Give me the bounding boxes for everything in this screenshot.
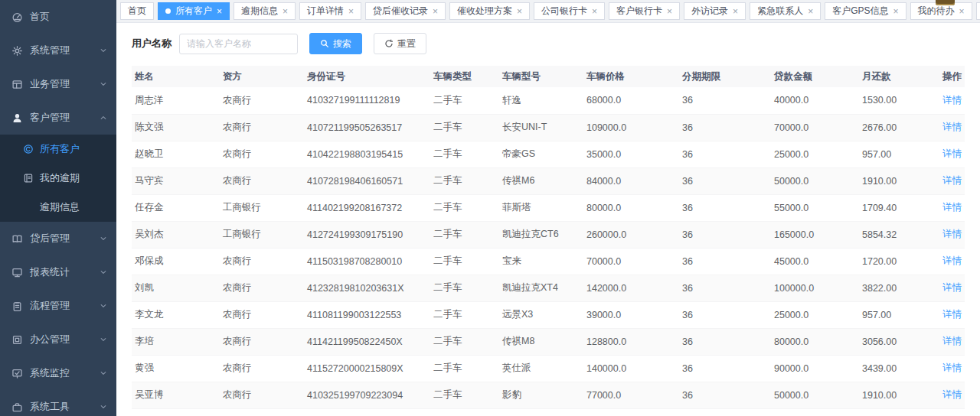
- avatar[interactable]: [936, 0, 955, 5]
- close-icon[interactable]: ×: [959, 7, 965, 16]
- detail-link[interactable]: 详情: [942, 336, 962, 346]
- table-cell: 英仕派: [499, 355, 583, 382]
- tab-collection-plan[interactable]: 催收处理方案×: [449, 2, 530, 20]
- tab-order-detail[interactable]: 订单详情×: [299, 2, 361, 20]
- sidebar-subitem-my-overdue[interactable]: 我的逾期: [0, 164, 116, 193]
- close-icon[interactable]: ×: [433, 7, 438, 16]
- column-header: 车辆型号: [499, 66, 583, 87]
- tab-collection-records[interactable]: 贷后催收记录×: [365, 2, 446, 20]
- close-icon[interactable]: ×: [283, 7, 288, 16]
- column-header: 贷款金额: [771, 66, 859, 87]
- sidebar-item-office-mgmt[interactable]: 办公管理: [0, 323, 116, 356]
- table-cell-actions: 详情: [928, 382, 965, 408]
- sidebar-item-home[interactable]: 首页: [0, 0, 116, 34]
- detail-link[interactable]: 详情: [942, 229, 962, 239]
- table-row: 刘凯农商行41232819810203631X二手车凯迪拉克XT4142000.…: [132, 275, 965, 301]
- table-cell-actions: 详情: [928, 355, 965, 382]
- tab-all-customers[interactable]: 所有客户×: [158, 2, 230, 20]
- detail-link[interactable]: 详情: [942, 255, 962, 266]
- table-cell: 农商行: [220, 114, 304, 141]
- search-button[interactable]: 搜索: [309, 33, 362, 54]
- search-input[interactable]: [179, 34, 298, 54]
- table-cell: 3056.00: [859, 328, 928, 355]
- tab-label: 公司银行卡: [541, 5, 587, 18]
- detail-link[interactable]: 详情: [942, 95, 962, 106]
- table-cell: 2676.00: [859, 114, 928, 141]
- sidebar-item-system-mgmt[interactable]: 系统管理: [0, 34, 116, 67]
- column-header: 月还款: [859, 66, 928, 87]
- sidebar-item-system-monitor[interactable]: 系统监控: [0, 356, 116, 390]
- detail-link[interactable]: 详情: [942, 202, 962, 213]
- tab-my-process[interactable]: 我的流程×: [976, 2, 980, 20]
- sidebar-item-report-stats[interactable]: 报表统计: [0, 255, 116, 289]
- sidebar-item-process-mgmt[interactable]: 流程管理: [0, 289, 116, 323]
- close-icon[interactable]: ×: [808, 7, 813, 16]
- table-cell-actions: 详情: [928, 114, 965, 141]
- tab-company-bank-card[interactable]: 公司银行卡×: [534, 2, 605, 20]
- sidebar-subitem-overdue-info[interactable]: 逾期信息: [0, 193, 116, 222]
- table-cell: 36: [679, 167, 771, 194]
- office-icon: [11, 333, 23, 346]
- close-icon[interactable]: ×: [517, 7, 522, 16]
- close-icon[interactable]: ×: [348, 7, 354, 16]
- table-cell: 2293.00: [859, 408, 928, 416]
- table-row: 马守宾农商行410728198406160571二手车传祺M684000.036…: [132, 167, 965, 194]
- table-cell: 刘凯: [132, 275, 220, 301]
- detail-link[interactable]: 详情: [942, 282, 962, 293]
- sidebar-item-system-tools[interactable]: 系统工具: [0, 390, 116, 416]
- table-cell-actions: 详情: [928, 194, 965, 221]
- sidebar-item-customer-mgmt[interactable]: 客户管理: [0, 101, 116, 135]
- table-cell: 35000.0: [583, 141, 679, 167]
- tab-customer-bank-card[interactable]: 客户银行卡×: [609, 2, 680, 20]
- table-cell: 传祺M8: [499, 328, 583, 355]
- tab-home[interactable]: 首页: [120, 2, 154, 20]
- table-cell: 70000.0: [771, 114, 859, 141]
- table-cell: 25000.0: [771, 301, 859, 328]
- table-cell: 任存金: [132, 194, 220, 221]
- tab-overdue-info[interactable]: 逾期信息×: [234, 2, 296, 20]
- table-cell: 39000.0: [583, 301, 679, 328]
- table-cell: 赵晓卫: [132, 141, 220, 167]
- table-cell: 二手车: [430, 248, 499, 275]
- chevron-down-icon: [100, 369, 107, 377]
- detail-link[interactable]: 详情: [942, 389, 962, 400]
- table-cell: 36: [679, 194, 771, 221]
- table-cell: 帝豪GS: [499, 141, 583, 167]
- reset-button[interactable]: 重置: [374, 33, 426, 54]
- close-icon[interactable]: ×: [893, 7, 898, 16]
- tab-visit-records[interactable]: 外访记录×: [684, 2, 746, 20]
- sidebar-item-loan-mgmt[interactable]: 贷后管理: [0, 222, 116, 255]
- detail-link[interactable]: 详情: [942, 175, 962, 186]
- table-cell: 朗逸: [499, 408, 583, 416]
- table-cell: 1709.40: [859, 194, 928, 221]
- table-cell: 41142119950822450X: [304, 328, 430, 355]
- close-icon[interactable]: ×: [667, 7, 672, 16]
- table-cell: 410422198803195415: [304, 141, 430, 167]
- sidebar-subitem-all-customers[interactable]: 所有客户: [0, 135, 116, 164]
- table-cell: 远景X3: [499, 301, 583, 328]
- detail-link[interactable]: 详情: [942, 122, 962, 132]
- table-cell: 陈文强: [132, 114, 220, 141]
- table-cell: 165000.0: [771, 221, 859, 248]
- table-cell: 128800.0: [583, 328, 679, 355]
- close-icon[interactable]: ×: [733, 7, 738, 16]
- sidebar-item-label: 办公管理: [30, 333, 100, 346]
- active-tab-dot: [165, 8, 171, 14]
- column-header: 车辆价格: [583, 66, 679, 87]
- open-book-icon: [11, 232, 23, 245]
- tab-emergency-contacts[interactable]: 紧急联系人×: [750, 2, 821, 20]
- tab-customer-gps[interactable]: 客户GPS信息×: [825, 2, 906, 20]
- sidebar-item-label: 流程管理: [30, 299, 100, 313]
- sidebar-item-business-mgmt[interactable]: 业务管理: [0, 67, 116, 101]
- table-cell: 412724199309175190: [304, 221, 430, 248]
- detail-link[interactable]: 详情: [942, 148, 962, 159]
- table-cell: 中原银行: [220, 408, 304, 416]
- table-cell: 宝来: [499, 248, 583, 275]
- close-icon[interactable]: ×: [592, 7, 597, 16]
- detail-link[interactable]: 详情: [942, 362, 962, 373]
- close-icon[interactable]: ×: [217, 7, 222, 16]
- table-row: 赵晓卫农商行410422198803195415二手车帝豪GS35000.036…: [132, 141, 965, 167]
- chevron-up-icon: [100, 114, 107, 122]
- detail-link[interactable]: 详情: [942, 309, 962, 320]
- monitor-check-icon: [11, 367, 23, 379]
